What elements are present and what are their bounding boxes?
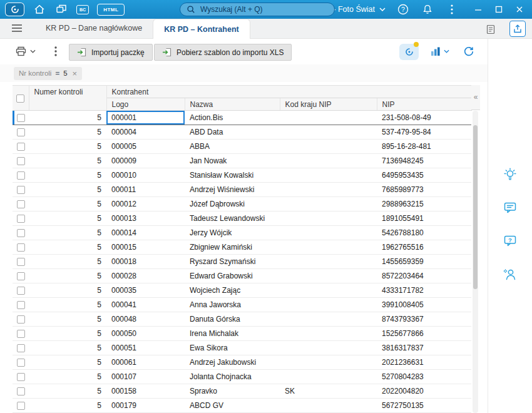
cell-logo[interactable]: 000061 [106, 355, 185, 370]
table-row[interactable]: 5000005ABBA895-16-28-481 [13, 140, 471, 154]
print-button[interactable] [15, 46, 36, 57]
expert-contact-icon[interactable] [502, 266, 518, 282]
row-checkbox[interactable] [17, 272, 25, 280]
cell-kod-kraju-nip[interactable] [280, 125, 377, 140]
table-row[interactable]: 5000179ABCD GV5672750135 [13, 399, 471, 413]
column-header-nazwa[interactable]: Nazwa [185, 98, 280, 111]
cell-nazwa[interactable]: ABBA [185, 140, 280, 154]
cell-numer-kontroli[interactable]: 5 [29, 183, 106, 197]
cell-kod-kraju-nip[interactable] [280, 327, 377, 341]
table-row[interactable]: 5000004ABD Data537-479-95-84 [13, 125, 471, 140]
cell-kod-kraju-nip[interactable] [280, 240, 377, 255]
table-row[interactable]: 5000041Anna Jaworska3991008405 [13, 298, 471, 312]
cell-nazwa[interactable]: Ryszard Szymański [185, 255, 280, 269]
row-checkbox[interactable] [17, 287, 25, 295]
cell-logo[interactable]: 000041 [106, 298, 185, 312]
html-module-icon[interactable]: HTML [97, 4, 125, 16]
tab-dane-naglowkowe[interactable]: KR PD – Dane nagłówkowe [35, 19, 153, 38]
cell-logo[interactable]: 000013 [106, 212, 185, 226]
cell-nazwa[interactable]: Spravko [185, 384, 280, 399]
cell-numer-kontroli[interactable]: 5 [29, 399, 106, 413]
table-row[interactable]: 5000158SpravkoSK2022004820 [13, 384, 471, 399]
analytics-button[interactable] [431, 46, 449, 56]
cell-nip[interactable]: 3991008405 [377, 298, 471, 312]
cell-logo[interactable]: 000005 [106, 140, 185, 154]
cell-nip[interactable]: 1891055491 [377, 212, 471, 226]
cell-logo[interactable]: 000051 [106, 341, 185, 355]
home-icon[interactable] [33, 3, 46, 16]
row-checkbox[interactable] [17, 359, 25, 367]
cell-nip[interactable]: 5270804283 [377, 370, 471, 384]
cell-nazwa[interactable]: Zbigniew Kamiński [185, 240, 280, 255]
kebab-menu-icon[interactable] [445, 3, 459, 16]
cell-nazwa[interactable]: Andrzej Wiśniewski [185, 183, 280, 197]
help-chat-icon[interactable]: ? [502, 233, 518, 249]
cell-nazwa[interactable]: Jerzy Wójcik [185, 226, 280, 240]
column-header-numer-kontroli[interactable]: Numer kontroli [29, 86, 106, 111]
cell-kod-kraju-nip[interactable] [280, 355, 377, 370]
cell-kod-kraju-nip[interactable] [280, 197, 377, 212]
row-checkbox[interactable] [17, 171, 25, 180]
cell-nazwa[interactable]: Wojciech Zając [185, 283, 280, 298]
row-checkbox[interactable] [17, 330, 25, 338]
table-row[interactable]: 5000048Danuta Górska8743793367 [13, 312, 471, 327]
cell-nip[interactable]: 231-508-08-49 [377, 111, 471, 125]
cell-nazwa[interactable]: Action.Bis [185, 111, 280, 125]
cell-nip[interactable]: 2988963215 [377, 197, 471, 212]
more-options-icon[interactable] [54, 46, 57, 59]
cell-logo[interactable]: 000012 [106, 197, 185, 212]
download-template-button[interactable]: Pobierz szablon do importu XLS [154, 44, 292, 61]
close-button[interactable] [514, 4, 524, 14]
cell-numer-kontroli[interactable]: 5 [29, 269, 106, 283]
cell-logo[interactable]: 000009 [106, 154, 185, 168]
cell-logo[interactable]: 000010 [106, 168, 185, 183]
help-icon[interactable]: ? [396, 3, 410, 16]
cell-kod-kraju-nip[interactable] [280, 312, 377, 327]
cell-nip[interactable]: 7136948245 [377, 154, 471, 168]
menu-icon[interactable] [11, 24, 23, 34]
maximize-button[interactable] [494, 4, 504, 14]
cell-numer-kontroli[interactable]: 5 [29, 154, 106, 168]
global-search[interactable] [180, 3, 335, 16]
row-checkbox[interactable] [17, 387, 25, 395]
filter-chip[interactable]: Nr kontroli = 5 × [14, 67, 82, 80]
cell-kod-kraju-nip[interactable] [280, 226, 377, 240]
cell-nazwa[interactable]: Jolanta Chojnacka [185, 370, 280, 384]
cell-logo[interactable]: 000014 [106, 226, 185, 240]
table-row[interactable]: 5000018Ryszard Szymański1455659359 [13, 255, 471, 269]
cell-kod-kraju-nip[interactable] [280, 154, 377, 168]
row-checkbox[interactable] [17, 186, 25, 194]
notifications-bell-icon[interactable] [421, 3, 434, 16]
cell-kod-kraju-nip[interactable]: SK [280, 384, 377, 399]
cell-kod-kraju-nip[interactable] [280, 255, 377, 269]
cell-nazwa[interactable]: Anna Jaworska [185, 298, 280, 312]
table-row[interactable]: 5000050Irena Michalak1525677866 [13, 327, 471, 341]
cell-nazwa[interactable]: Edward Grabowski [185, 269, 280, 283]
column-header-kod-kraju-nip[interactable]: Kod kraju NIP [280, 98, 377, 111]
cell-nazwa[interactable]: Jan Nowak [185, 154, 280, 168]
cell-kod-kraju-nip[interactable] [280, 140, 377, 154]
cell-nip[interactable]: 2021236631 [377, 355, 471, 370]
search-input[interactable] [199, 4, 328, 14]
cell-numer-kontroli[interactable]: 5 [29, 298, 106, 312]
cell-numer-kontroli[interactable]: 5 [29, 125, 106, 140]
cell-nazwa[interactable]: Andrzej Jakubowski [185, 355, 280, 370]
row-checkbox[interactable] [17, 143, 25, 151]
cell-nazwa[interactable]: Danuta Górska [185, 312, 280, 327]
cell-numer-kontroli[interactable]: 5 [29, 197, 106, 212]
cell-numer-kontroli[interactable]: 5 [29, 255, 106, 269]
row-checkbox[interactable] [17, 344, 25, 352]
cell-logo[interactable]: 000004 [106, 125, 185, 140]
cell-logo[interactable]: 000011 [106, 183, 185, 197]
cell-nip[interactable]: 5672750135 [377, 399, 471, 413]
vertical-scrollbar[interactable] [473, 111, 478, 413]
cell-numer-kontroli[interactable]: 5 [29, 384, 106, 399]
table-row[interactable]: 5000011Andrzej Wiśniewski7685989773 [13, 183, 471, 197]
column-header-nip[interactable]: NIP [377, 98, 471, 111]
refresh-icon[interactable] [463, 46, 474, 59]
column-header-logo[interactable]: Logo [106, 98, 185, 111]
cell-numer-kontroli[interactable]: 5 [29, 283, 106, 298]
cell-nip[interactable]: 895-16-28-481 [377, 140, 471, 154]
scrollbar-thumb[interactable] [473, 125, 478, 289]
cell-numer-kontroli[interactable]: 5 [29, 140, 106, 154]
